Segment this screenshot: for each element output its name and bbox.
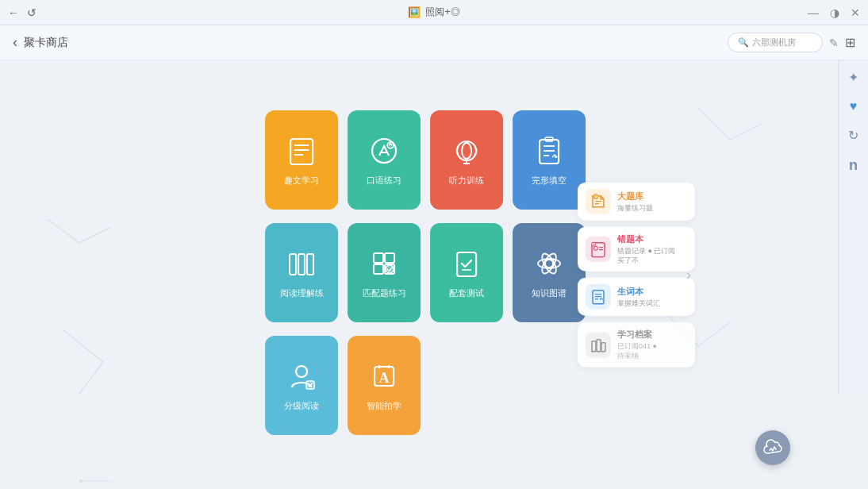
- tile-icon-t5: [284, 246, 319, 281]
- main-content: 趣文学习 口语练习: [0, 60, 838, 489]
- tile-t1[interactable]: 趣文学习: [265, 110, 338, 210]
- svg-point-9: [457, 141, 476, 160]
- feat-text-f2: 错题本 错题记录 ● 已订阅买了不: [617, 233, 687, 265]
- svg-text:A: A: [379, 370, 390, 386]
- tile-label-t1: 趣文学习: [284, 175, 319, 186]
- svg-rect-20: [298, 254, 305, 275]
- feat-text-f1: 大题库 海量练习题: [617, 190, 687, 213]
- feat-sub-f2: 错题记录 ● 已订阅买了不: [617, 247, 687, 265]
- titlebar-right: — ◑ ✕: [808, 6, 860, 19]
- tile-icon-t2: [367, 133, 401, 168]
- tile-icon-t3: [449, 133, 484, 168]
- featured-item-f2[interactable]: 错题本 错题记录 ● 已订阅买了不: [578, 227, 695, 271]
- featured-item-f4[interactable]: 学习档案 已订阅041 ●待采纳: [578, 322, 695, 367]
- close-button[interactable]: ✕: [851, 6, 860, 19]
- nav-back-icon[interactable]: ‹: [13, 34, 17, 51]
- tile-t10[interactable]: A 智能拍学: [348, 336, 421, 435]
- tile-label-t7: 配套测试: [449, 287, 484, 298]
- navbar-right: 🔍 六那测机房 ✎ ⊞: [728, 33, 855, 52]
- svg-rect-13: [540, 140, 559, 164]
- search-bar[interactable]: 🔍 六那测机房: [728, 33, 823, 52]
- svg-point-29: [545, 260, 553, 268]
- tile-label-t3: 听力训练: [449, 175, 484, 186]
- tile-icon-t9: [284, 359, 319, 394]
- search-text: 六那测机房: [752, 37, 796, 48]
- minimize-button[interactable]: —: [808, 6, 819, 19]
- edit-icon[interactable]: ✎: [829, 37, 839, 49]
- page-title: 聚卡商店: [24, 36, 68, 50]
- svg-point-41: [593, 194, 598, 199]
- svg-rect-24: [374, 264, 383, 274]
- svg-rect-53: [597, 339, 601, 351]
- tile-t5[interactable]: 阅读理解练: [265, 223, 338, 322]
- sidebar-icon-refresh[interactable]: ↻: [848, 128, 858, 143]
- svg-rect-21: [307, 254, 313, 275]
- feat-icon-f4: [586, 332, 611, 357]
- feat-sub-f4: 已订阅041 ●待采纳: [617, 342, 687, 360]
- titlebar-left: ← ↺: [8, 6, 36, 19]
- search-icon: 🔍: [738, 37, 749, 48]
- tile-t8[interactable]: 知识图谱: [513, 223, 586, 322]
- tile-label-t9: 分级阅读: [284, 400, 319, 411]
- svg-point-10: [462, 143, 471, 159]
- navbar: ‹ 聚卡商店 🔍 六那测机房 ✎ ⊞: [0, 25, 868, 60]
- feat-icon-f2: [586, 237, 611, 262]
- feat-icon-f3: [586, 284, 611, 310]
- tile-t9[interactable]: 分级阅读: [265, 336, 338, 435]
- feat-sub-f3: 掌握难关词汇: [617, 299, 687, 309]
- right-sidebar: ✦ ♥ ↻ n: [838, 60, 868, 394]
- feat-title-f4: 学习档案: [617, 329, 687, 341]
- tile-t2[interactable]: 口语练习: [348, 110, 421, 210]
- sidebar-icon-n[interactable]: n: [849, 157, 858, 174]
- right-panel: 大题库 海量练习题 错题本 错题记录 ● 已订阅买了不: [578, 183, 695, 368]
- refresh-button[interactable]: ↺: [27, 6, 36, 19]
- feat-title-f3: 生词本: [617, 286, 687, 298]
- feat-text-f4: 学习档案 已订阅041 ●待采纳: [617, 329, 687, 360]
- svg-rect-23: [385, 253, 394, 263]
- tile-icon-t10: A: [367, 359, 401, 394]
- tile-label-t6: 匹配题练习: [363, 287, 406, 298]
- featured-item-f3[interactable]: 生词本 掌握难关词汇: [578, 278, 695, 316]
- feat-text-f3: 生词本 掌握难关词汇: [617, 286, 687, 309]
- tile-label-t10: 智能拍学: [367, 400, 401, 411]
- feat-title-f1: 大题库: [617, 190, 687, 202]
- tile-icon-t1: [284, 133, 319, 168]
- svg-rect-2: [290, 139, 313, 164]
- titlebar: ← ↺ 🖼️ 照阅+◎ — ◑ ✕: [0, 0, 868, 25]
- panel-handle[interactable]: ›: [684, 255, 693, 295]
- svg-rect-19: [290, 254, 296, 275]
- cloud-button[interactable]: [755, 430, 790, 465]
- app-grid: 趣文学习 口语练习: [265, 110, 586, 439]
- titlebar-title: 🖼️ 照阅+◎: [408, 6, 459, 19]
- sidebar-icon-star[interactable]: ✦: [848, 70, 858, 85]
- tile-icon-t7: [449, 246, 484, 281]
- svg-rect-22: [374, 253, 383, 263]
- svg-point-1: [79, 479, 83, 483]
- theme-button[interactable]: ◑: [830, 6, 839, 19]
- svg-point-33: [296, 366, 307, 377]
- expand-icon[interactable]: ⊞: [845, 35, 855, 50]
- featured-item-f1[interactable]: 大题库 海量练习题: [578, 183, 695, 221]
- svg-point-43: [594, 246, 598, 250]
- tile-t4[interactable]: 完形填空: [513, 110, 586, 210]
- tile-label-t4: 完形填空: [532, 175, 567, 186]
- tile-icon-t4: [532, 133, 567, 168]
- tile-icon-t8: [532, 246, 567, 281]
- sidebar-icon-heart[interactable]: ♥: [850, 99, 858, 114]
- tile-t7[interactable]: 配套测试: [430, 223, 503, 322]
- tile-t3[interactable]: 听力训练: [430, 110, 503, 210]
- tile-t6[interactable]: 匹配题练习: [348, 223, 421, 322]
- svg-rect-54: [601, 342, 605, 351]
- tile-label-t2: 口语练习: [367, 175, 401, 186]
- navbar-left: ‹ 聚卡商店: [13, 34, 68, 51]
- tile-label-t5: 阅读理解练: [280, 287, 324, 298]
- tile-label-t8: 知识图谱: [532, 287, 567, 298]
- back-button[interactable]: ←: [8, 6, 19, 19]
- feat-icon-f1: [586, 189, 611, 214]
- tile-icon-t6: [367, 246, 401, 281]
- feat-title-f2: 错题本: [617, 233, 687, 245]
- feat-sub-f1: 海量练习题: [617, 203, 687, 213]
- svg-rect-52: [592, 341, 596, 351]
